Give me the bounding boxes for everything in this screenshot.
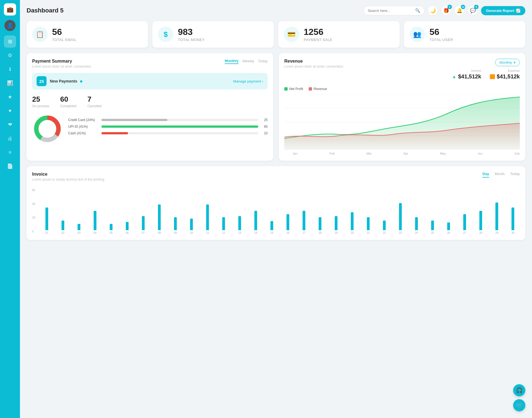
- search-box: 🔍: [364, 6, 424, 15]
- sidebar-item-analytics[interactable]: 📊: [4, 77, 16, 89]
- sidebar-item-heart[interactable]: ♥: [4, 105, 16, 117]
- upi-label: UPI ID (41%): [68, 125, 99, 129]
- income-value-row: ▲ $41,512k: [452, 73, 481, 80]
- sidebar-item-docs[interactable]: 📄: [4, 160, 16, 172]
- sidebar-item-settings[interactable]: ⚙: [4, 49, 16, 61]
- x-label-16: 16: [281, 231, 295, 234]
- tab-today[interactable]: Today: [258, 59, 268, 64]
- bar-col-22: [377, 189, 391, 230]
- gift-badge: 2: [447, 5, 452, 9]
- bar-fill-01: [45, 207, 48, 230]
- bell-button[interactable]: 🔔 12: [454, 6, 464, 16]
- stat-money-info: 983 TOTAL MONEY: [178, 27, 205, 42]
- headset-fab[interactable]: 🎧: [513, 384, 525, 396]
- chat-button[interactable]: 💬 5: [468, 6, 478, 16]
- bar-col-08: [152, 189, 166, 230]
- bell-badge: 12: [461, 5, 465, 9]
- sidebar-item-print[interactable]: 🖨: [4, 132, 16, 145]
- bar-col-17: [297, 189, 311, 230]
- manage-payment-link[interactable]: Manage payment ›: [233, 79, 263, 83]
- sidebar-item-menu[interactable]: ≡: [4, 146, 16, 158]
- gift-button[interactable]: 🎁 2: [441, 6, 451, 16]
- bar-col-15: [265, 189, 279, 230]
- upi-bar-fill: [101, 125, 258, 128]
- bar-fill-17: [303, 211, 305, 230]
- revenue-titles: Revenue Lorem ipsum dolor sit amet, cons…: [284, 59, 343, 68]
- invoice-y-labels: 60 40 20 0: [32, 186, 35, 239]
- bar-col-10: [185, 189, 198, 230]
- x-label-04: 04: [88, 231, 102, 234]
- stat-card-payment-sale: 💳 1256 PAYMENT SALE: [278, 21, 400, 48]
- revenue-dot: [309, 87, 312, 91]
- x-label-23: 23: [393, 231, 407, 234]
- invoice-tab-today[interactable]: Today: [510, 172, 520, 178]
- stat-card-total-email: 📋 56 TOTAL EMAIL: [27, 21, 148, 48]
- cash-bar-bg: [101, 132, 258, 134]
- x-label-01: 01: [40, 231, 54, 234]
- x-label-15: 15: [265, 231, 279, 234]
- x-label-12: 12: [217, 231, 231, 234]
- payment-icon: 💳: [284, 27, 299, 42]
- moon-icon: 🌙: [430, 8, 436, 14]
- new-payments-badge: 25: [37, 76, 47, 86]
- bar-fill-26: [447, 222, 450, 230]
- bar-fill-21: [367, 217, 370, 230]
- invoice-tab-day[interactable]: Day: [482, 172, 489, 178]
- expense-block: Expense 🟧 $41,512k: [490, 69, 520, 80]
- sidebar-item-star[interactable]: ★: [4, 91, 16, 103]
- x-label-17: 17: [297, 231, 311, 234]
- x-label-18: 18: [313, 231, 327, 234]
- stat-email-value: 56: [52, 27, 76, 37]
- new-payments-label: New Payments: [50, 79, 82, 83]
- expense-label: Expense: [490, 69, 520, 72]
- sidebar-item-heart2[interactable]: ❤: [4, 119, 16, 131]
- x-label-03: 03: [72, 231, 86, 234]
- revenue-header-right: Monthly ▾ Income ▲ $41,512k Expense: [452, 59, 520, 83]
- x-label-09: 09: [168, 231, 182, 234]
- chevron-down-icon: ▾: [514, 60, 516, 65]
- stat-card-total-user: 👥 56 TOTAL USER: [404, 21, 525, 48]
- avatar[interactable]: 👤: [4, 20, 16, 31]
- sidebar-item-info[interactable]: ℹ: [4, 63, 16, 75]
- bar-col-27: [458, 189, 472, 230]
- theme-toggle-button[interactable]: 🌙: [428, 6, 438, 16]
- bar-chart-bars: [40, 186, 520, 230]
- bar-fill-22: [383, 220, 386, 230]
- y-label-0: 0: [32, 230, 35, 233]
- income-value: $41,512k: [458, 73, 481, 80]
- payment-summary-titles: Payment Summary Lorem ipsum dolor sit am…: [32, 59, 91, 68]
- search-input[interactable]: [368, 9, 413, 13]
- y-label-20: 20: [32, 216, 35, 219]
- x-label-24: 24: [410, 231, 423, 234]
- bar-fill-16: [287, 214, 289, 230]
- bar-fill-28: [479, 211, 482, 230]
- canceled-stat: 7 Canceled: [87, 95, 101, 108]
- revenue-chart-svg: [284, 94, 520, 150]
- cash-value: 10: [261, 131, 268, 135]
- x-label-jun: Jun: [478, 152, 483, 155]
- x-label-27: 27: [458, 231, 472, 234]
- tab-weekly[interactable]: Weekly: [242, 59, 254, 64]
- bar-col-16: [281, 189, 295, 230]
- revenue-monthly-dropdown[interactable]: Monthly ▾: [495, 59, 520, 66]
- chart-legend: Net Profit Revenue: [284, 87, 520, 91]
- bar-fill-12: [222, 217, 225, 230]
- payment-summary-subtitle: Lorem ipsum dolor sit amet, consectetur: [32, 65, 91, 68]
- stat-user-label: TOTAL USER: [429, 38, 453, 42]
- invoice-tab-month[interactable]: Month: [495, 172, 505, 178]
- sidebar-item-dashboard[interactable]: ⊞: [4, 35, 16, 48]
- income-icon: ▲: [452, 74, 456, 79]
- bar-fill-24: [415, 217, 418, 230]
- bar-col-14: [249, 189, 263, 230]
- generate-report-button[interactable]: Generate Report 📈: [481, 6, 525, 15]
- user-icon: 👥: [410, 27, 425, 42]
- bar-col-25: [426, 189, 439, 230]
- bar-col-05: [104, 189, 118, 230]
- revenue-panel: Revenue Lorem ipsum dolor sit amet, cons…: [279, 53, 525, 161]
- revenue-dropdown-label: Monthly: [499, 60, 512, 65]
- tab-monthly[interactable]: Monthly: [225, 59, 239, 64]
- cart-fab[interactable]: 🛒: [513, 399, 525, 411]
- income-label: Income: [452, 69, 481, 72]
- new-payments-row: 25 New Payments Manage payment ›: [32, 73, 268, 89]
- payment-stats-row: 25 On process 60 Completed 7 Canceled: [32, 95, 268, 108]
